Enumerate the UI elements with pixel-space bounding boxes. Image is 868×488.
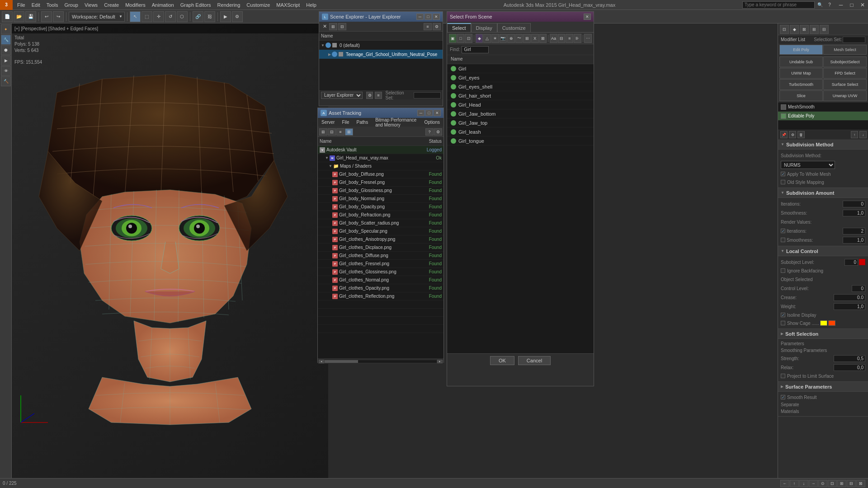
sfs-search-input[interactable] [462, 46, 489, 53]
sfs-tb-invert[interactable]: ⊡ [465, 34, 472, 43]
menu-animation[interactable]: Animation [149, 1, 177, 9]
control-level-input[interactable] [852, 285, 865, 292]
menu-help[interactable]: Help [303, 1, 319, 9]
scale-button[interactable]: ⬡ [177, 11, 188, 22]
sfs-close[interactable]: ✕ [584, 14, 591, 20]
at-row-body-scatter[interactable]: P Girl_body_Scatter_radius.png Found [318, 219, 443, 227]
sfs-tab-display[interactable]: Display [471, 23, 497, 32]
local-control-header[interactable]: ▼ Local Control [778, 246, 868, 256]
at-row-body-diffuse[interactable]: P Girl_body_Diffuse.png Found [318, 170, 443, 178]
selection-set-input[interactable] [414, 92, 441, 99]
mesh-select-button[interactable]: Mesh Select [823, 45, 867, 55]
mod-btn-slice[interactable]: Slice [779, 90, 823, 101]
at-menu-bitmap[interactable]: Bitmap Performance and Memory [372, 117, 420, 128]
at-menu-options[interactable]: Options [421, 119, 443, 126]
at-tb-help[interactable]: ? [425, 128, 434, 136]
sfs-tb-spacewarps[interactable]: 〜 [515, 34, 523, 43]
at-row-body-glossiness[interactable]: P Girl_body_Glossiness.png Found [318, 187, 443, 195]
hierarchy-tab[interactable]: ⬢ [1, 45, 11, 55]
layer-toolbar-btn-1[interactable]: ⊞ [329, 23, 337, 30]
nav-btn-9[interactable]: ⊠ [856, 480, 865, 487]
layer-toolbar-btn-2[interactable]: ⊟ [338, 23, 346, 30]
sfs-tb-case[interactable]: Aa [550, 34, 557, 43]
at-menu-server[interactable]: Server [318, 119, 338, 126]
at-row-clothes-reflection[interactable]: P Girl_clothes_Reflection.png Found [318, 292, 443, 300]
at-row-vault[interactable]: V Autodesk Vault Logged [318, 146, 443, 154]
search-input[interactable] [742, 1, 815, 9]
mod-btn-turbosmooth[interactable]: TurboSmooth [779, 79, 823, 90]
menu-file[interactable]: File [14, 1, 28, 9]
smooth-result-checkbox[interactable] [781, 395, 785, 399]
soft-selection-header[interactable]: ▶ Soft Selection [778, 329, 868, 339]
undo-button[interactable]: ↩ [41, 11, 52, 22]
close-button[interactable]: ✕ [857, 0, 868, 10]
mod-move-down-btn[interactable]: ↓ [859, 131, 867, 138]
at-row-clothes-opacity[interactable]: P Girl_clothes_Opacity.png Found [318, 284, 443, 292]
layer-status-btn-1[interactable]: ⚙ [366, 92, 373, 99]
layer-toolbar-btn-3[interactable]: ≡ [424, 23, 432, 30]
surface-parameters-header[interactable]: ▶ Surface Parameters [778, 382, 868, 392]
nav-btn-5[interactable]: ⊙ [818, 480, 827, 487]
menu-modifiers[interactable]: Modifiers [123, 1, 148, 9]
new-button[interactable]: 📄 [2, 11, 13, 22]
show-cage-checkbox[interactable] [781, 321, 785, 325]
mod-move-up-btn[interactable]: ↑ [851, 131, 858, 138]
smoothness-input[interactable] [843, 210, 865, 216]
nav-btn-3[interactable]: ↓ [799, 480, 808, 487]
at-tb-btn-2[interactable]: ⊟ [328, 128, 336, 136]
at-scroll-track[interactable] [324, 360, 437, 363]
apply-whole-mesh-checkbox[interactable] [781, 172, 785, 176]
sfs-item-girl[interactable]: Girl [447, 64, 594, 73]
mod-header-btn-4[interactable]: ⊞ [810, 25, 819, 34]
viewport-3d-model[interactable] [12, 23, 328, 478]
sfs-tb-list[interactable]: ≡ [566, 34, 573, 43]
render-iterations-input[interactable] [843, 228, 865, 235]
mod-header-btn-5[interactable]: ⊟ [820, 25, 829, 34]
render-iterations-checkbox[interactable] [781, 229, 785, 233]
sfs-titlebar[interactable]: Select From Scene ✕ [447, 12, 594, 22]
relax-input[interactable] [834, 364, 865, 371]
at-tb-btn-4[interactable]: ⊠ [345, 128, 353, 136]
at-row-maxfile[interactable]: M Girl_Head_max_vray.max Ok [318, 154, 443, 162]
at-row-body-normal[interactable]: P Girl_body_Normal.png Found [318, 195, 443, 203]
nav-btn-1[interactable]: ← [780, 480, 789, 487]
sfs-ok-button[interactable]: OK [490, 356, 514, 365]
project-checkbox[interactable] [781, 374, 785, 378]
strength-input[interactable] [834, 355, 865, 362]
at-row-body-fresnel[interactable]: P Girl_body_Fresnel.png Found [318, 178, 443, 187]
toolbar-close-icon[interactable]: ✕ [321, 23, 328, 30]
at-row-clothes-fresnel[interactable]: P Girl_clothes_Fresnel.png Found [318, 260, 443, 268]
at-tb-settings[interactable]: ⚙ [434, 128, 442, 136]
at-row-clothes-normal[interactable]: P Girl_clothes_Normal.png Found [318, 276, 443, 284]
stack-item-editable-poly[interactable]: Editable Poly [778, 112, 868, 121]
sfs-tb-groups[interactable]: ⊞ [523, 34, 531, 43]
cage-color-1[interactable] [820, 320, 827, 326]
sfs-item-girl-tongue[interactable]: Girl_tongue [447, 136, 594, 145]
select-button[interactable]: ↖ [130, 11, 141, 22]
layer-row-teenage-girl[interactable]: Teenage_Girl_School_Unifrom_Neutral_Pose [319, 50, 443, 59]
at-menu-file[interactable]: File [338, 119, 353, 126]
minimize-button[interactable]: ─ [835, 0, 846, 10]
mod-header-btn-2[interactable]: ◆ [790, 25, 799, 34]
sfs-tb-lights[interactable]: ☀ [491, 34, 499, 43]
at-scrollbar[interactable]: ◂ ▸ [318, 358, 443, 364]
nav-btn-8[interactable]: ⊟ [847, 480, 856, 487]
maximize-button[interactable]: □ [846, 0, 857, 10]
display-tab[interactable]: 👁 [1, 66, 11, 76]
mod-btn-surface-select[interactable]: Surface Select [823, 79, 867, 90]
iterations-input[interactable] [843, 201, 865, 207]
sfs-tb-cols[interactable]: ⊪ [574, 34, 581, 43]
sfs-tb-shapes[interactable]: △ [483, 34, 491, 43]
sfs-item-girl-leash[interactable]: Girl_leash [447, 127, 594, 136]
nav-btn-6[interactable]: ⊡ [828, 480, 837, 487]
menu-views[interactable]: Views [82, 1, 100, 9]
mod-delete-btn[interactable]: 🗑 [797, 131, 805, 138]
at-tb-btn-1[interactable]: ⊞ [319, 128, 327, 136]
motion-tab[interactable]: ▶ [1, 56, 11, 66]
nav-btn-2[interactable]: ↑ [790, 480, 799, 487]
mod-btn-unwrap-uvw[interactable]: Unwrap UVW [823, 90, 867, 101]
nav-btn-7[interactable]: ⊞ [837, 480, 846, 487]
render-button[interactable]: ▶ [220, 11, 231, 22]
ignore-backfacing-checkbox[interactable] [781, 268, 785, 273]
mod-btn-fpd-select[interactable]: FPD Select [823, 68, 867, 79]
